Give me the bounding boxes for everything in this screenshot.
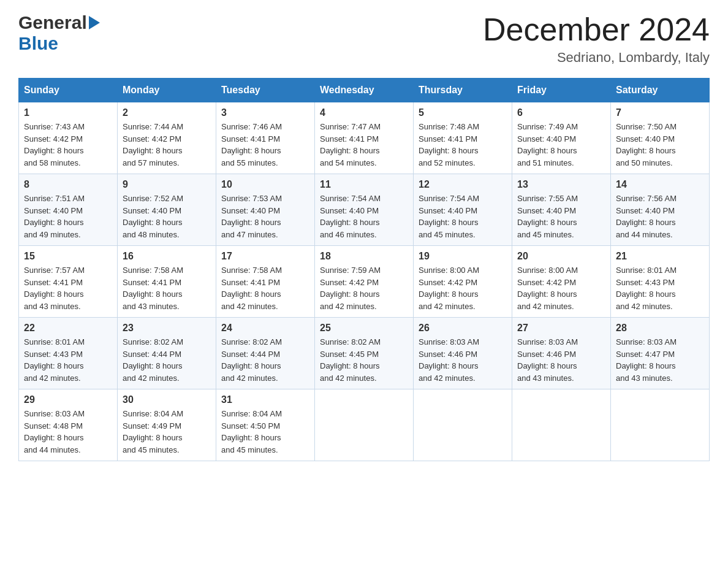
day-number: 28 [616,323,704,334]
calendar-day-cell: 10Sunrise: 7:53 AMSunset: 4:40 PMDayligh… [216,174,315,246]
day-info: Sunrise: 8:02 AMSunset: 4:45 PMDaylight:… [320,336,408,384]
calendar-day-cell: 30Sunrise: 8:04 AMSunset: 4:49 PMDayligh… [118,389,216,461]
day-info: Sunrise: 8:03 AMSunset: 4:46 PMDaylight:… [419,336,507,384]
day-info: Sunrise: 7:48 AMSunset: 4:41 PMDaylight:… [419,121,507,169]
day-number: 17 [221,251,309,262]
day-number: 14 [616,179,704,190]
weekday-header: Friday [512,79,611,102]
day-info: Sunrise: 7:58 AMSunset: 4:41 PMDaylight:… [221,264,309,312]
calendar-day-cell: 14Sunrise: 7:56 AMSunset: 4:40 PMDayligh… [611,174,710,246]
day-number: 15 [24,251,112,262]
calendar-day-cell: 19Sunrise: 8:00 AMSunset: 4:42 PMDayligh… [414,246,512,318]
location-text: Sedriano, Lombardy, Italy [483,50,710,66]
day-number: 19 [419,251,507,262]
calendar-week-row: 29Sunrise: 8:03 AMSunset: 4:48 PMDayligh… [19,389,710,461]
day-info: Sunrise: 8:03 AMSunset: 4:47 PMDaylight:… [616,336,704,384]
day-info: Sunrise: 8:03 AMSunset: 4:46 PMDaylight:… [517,336,605,384]
day-info: Sunrise: 7:47 AMSunset: 4:41 PMDaylight:… [320,121,408,169]
calendar-day-cell: 2Sunrise: 7:44 AMSunset: 4:42 PMDaylight… [118,102,216,174]
day-number: 18 [320,251,408,262]
calendar-day-cell [414,389,512,461]
weekday-header: Saturday [611,79,710,102]
day-number: 5 [419,107,507,118]
weekday-header: Wednesday [315,79,414,102]
weekday-header: Sunday [19,79,118,102]
page-header: General Blue December 2024 Sedriano, Lom… [18,12,710,66]
logo-blue-text: Blue [18,33,58,53]
day-number: 12 [419,179,507,190]
day-info: Sunrise: 7:55 AMSunset: 4:40 PMDaylight:… [517,193,605,240]
calendar-day-cell: 25Sunrise: 8:02 AMSunset: 4:45 PMDayligh… [315,318,414,389]
calendar-day-cell: 18Sunrise: 7:59 AMSunset: 4:42 PMDayligh… [315,246,414,318]
calendar-day-cell: 22Sunrise: 8:01 AMSunset: 4:43 PMDayligh… [19,318,118,389]
day-info: Sunrise: 8:04 AMSunset: 4:49 PMDaylight:… [123,408,211,456]
title-block: December 2024 Sedriano, Lombardy, Italy [483,12,710,66]
day-number: 25 [320,323,408,334]
day-number: 20 [517,251,605,262]
calendar-day-cell [611,389,710,461]
day-info: Sunrise: 7:57 AMSunset: 4:41 PMDaylight:… [24,264,112,312]
day-info: Sunrise: 7:56 AMSunset: 4:40 PMDaylight:… [616,193,704,240]
logo-arrow-icon [89,16,100,29]
calendar-day-cell: 11Sunrise: 7:54 AMSunset: 4:40 PMDayligh… [315,174,414,246]
day-number: 24 [221,323,309,334]
calendar-day-cell: 8Sunrise: 7:51 AMSunset: 4:40 PMDaylight… [19,174,118,246]
day-info: Sunrise: 7:59 AMSunset: 4:42 PMDaylight:… [320,264,408,312]
logo: General Blue [18,12,100,54]
day-number: 27 [517,323,605,334]
calendar-day-cell: 16Sunrise: 7:58 AMSunset: 4:41 PMDayligh… [118,246,216,318]
calendar-day-cell: 31Sunrise: 8:04 AMSunset: 4:50 PMDayligh… [216,389,315,461]
calendar-day-cell: 26Sunrise: 8:03 AMSunset: 4:46 PMDayligh… [414,318,512,389]
calendar-week-row: 22Sunrise: 8:01 AMSunset: 4:43 PMDayligh… [19,318,710,389]
calendar-day-cell: 28Sunrise: 8:03 AMSunset: 4:47 PMDayligh… [611,318,710,389]
day-number: 9 [123,179,211,190]
day-info: Sunrise: 7:52 AMSunset: 4:40 PMDaylight:… [123,193,211,240]
day-number: 11 [320,179,408,190]
weekday-header: Tuesday [216,79,315,102]
day-number: 26 [419,323,507,334]
day-info: Sunrise: 7:54 AMSunset: 4:40 PMDaylight:… [419,193,507,240]
day-info: Sunrise: 7:58 AMSunset: 4:41 PMDaylight:… [123,264,211,312]
calendar-header-row: SundayMondayTuesdayWednesdayThursdayFrid… [19,79,710,102]
calendar-day-cell [512,389,611,461]
day-number: 4 [320,107,408,118]
day-info: Sunrise: 8:01 AMSunset: 4:43 PMDaylight:… [24,336,112,384]
day-number: 13 [517,179,605,190]
day-info: Sunrise: 8:03 AMSunset: 4:48 PMDaylight:… [24,408,112,456]
day-info: Sunrise: 8:00 AMSunset: 4:42 PMDaylight:… [419,264,507,312]
calendar-day-cell: 12Sunrise: 7:54 AMSunset: 4:40 PMDayligh… [414,174,512,246]
day-info: Sunrise: 8:00 AMSunset: 4:42 PMDaylight:… [517,264,605,312]
logo-general-text: General [18,12,87,33]
day-number: 7 [616,107,704,118]
day-info: Sunrise: 7:46 AMSunset: 4:41 PMDaylight:… [221,121,309,169]
day-number: 31 [221,394,309,405]
day-info: Sunrise: 7:50 AMSunset: 4:40 PMDaylight:… [616,121,704,169]
day-info: Sunrise: 7:43 AMSunset: 4:42 PMDaylight:… [24,121,112,169]
day-number: 6 [517,107,605,118]
day-info: Sunrise: 8:02 AMSunset: 4:44 PMDaylight:… [221,336,309,384]
day-number: 30 [123,394,211,405]
calendar-day-cell: 29Sunrise: 8:03 AMSunset: 4:48 PMDayligh… [19,389,118,461]
day-number: 29 [24,394,112,405]
calendar-day-cell: 6Sunrise: 7:49 AMSunset: 4:40 PMDaylight… [512,102,611,174]
day-info: Sunrise: 7:51 AMSunset: 4:40 PMDaylight:… [24,193,112,240]
day-number: 2 [123,107,211,118]
calendar-day-cell: 20Sunrise: 8:00 AMSunset: 4:42 PMDayligh… [512,246,611,318]
calendar-day-cell: 7Sunrise: 7:50 AMSunset: 4:40 PMDaylight… [611,102,710,174]
month-title: December 2024 [483,12,710,47]
calendar-day-cell: 27Sunrise: 8:03 AMSunset: 4:46 PMDayligh… [512,318,611,389]
day-info: Sunrise: 8:02 AMSunset: 4:44 PMDaylight:… [123,336,211,384]
day-info: Sunrise: 8:01 AMSunset: 4:43 PMDaylight:… [616,264,704,312]
weekday-header: Thursday [414,79,512,102]
calendar-day-cell: 23Sunrise: 8:02 AMSunset: 4:44 PMDayligh… [118,318,216,389]
day-number: 3 [221,107,309,118]
calendar-day-cell: 21Sunrise: 8:01 AMSunset: 4:43 PMDayligh… [611,246,710,318]
calendar-day-cell: 24Sunrise: 8:02 AMSunset: 4:44 PMDayligh… [216,318,315,389]
calendar-day-cell: 3Sunrise: 7:46 AMSunset: 4:41 PMDaylight… [216,102,315,174]
calendar-day-cell: 4Sunrise: 7:47 AMSunset: 4:41 PMDaylight… [315,102,414,174]
day-number: 22 [24,323,112,334]
calendar-day-cell: 9Sunrise: 7:52 AMSunset: 4:40 PMDaylight… [118,174,216,246]
calendar-day-cell: 5Sunrise: 7:48 AMSunset: 4:41 PMDaylight… [414,102,512,174]
day-number: 1 [24,107,112,118]
day-info: Sunrise: 8:04 AMSunset: 4:50 PMDaylight:… [221,408,309,456]
